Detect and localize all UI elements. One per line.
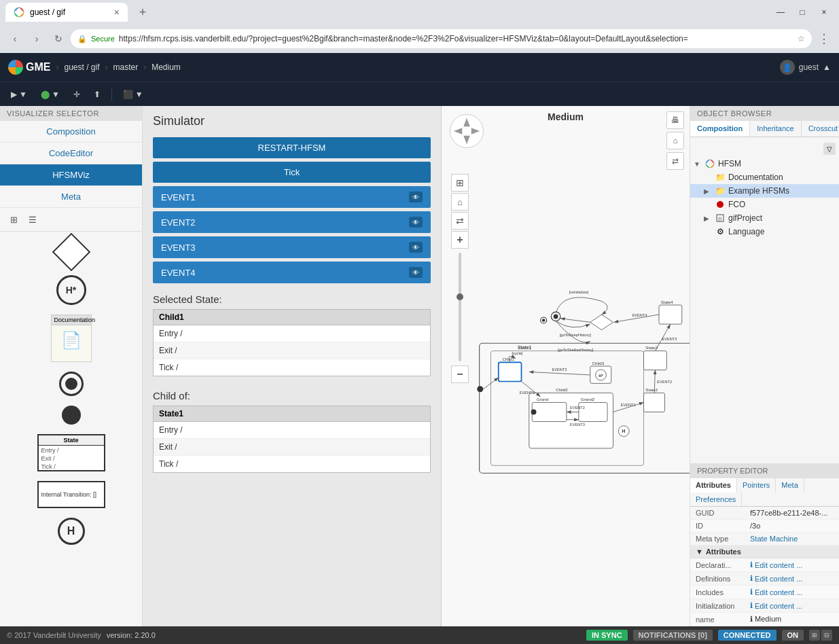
palette-item-initial[interactable]	[59, 372, 84, 396]
save-button[interactable]: ⬤ ▼	[35, 87, 65, 102]
zoom-handle[interactable]	[457, 293, 463, 300]
notifications-badge[interactable]: NOTIFICATIONS [0]	[633, 630, 713, 641]
bookmark-icon[interactable]: ☆	[798, 34, 805, 43]
palette-item-internal-transition[interactable]: Internal Transition: []	[37, 481, 105, 508]
home-button[interactable]: ⌂	[451, 193, 469, 211]
refresh-button[interactable]: ↻	[49, 29, 68, 48]
svg-point-20	[554, 315, 558, 319]
forward-button[interactable]: ›	[27, 29, 46, 48]
play-button[interactable]: ▶ ▼	[5, 87, 33, 102]
svg-text:⚙: ⚙	[717, 216, 722, 222]
tree-item-hfsm[interactable]: ▼ HFSM	[690, 157, 839, 171]
secure-icon: 🔒	[77, 35, 87, 43]
prop-tab-meta[interactable]: Meta	[776, 478, 804, 493]
obj-tab-composition[interactable]: Composition	[690, 121, 750, 137]
diagram-area[interactable]: Medium ⊞ ⌂ ⇄	[442, 106, 690, 626]
home-diagram-button[interactable]: ⌂	[666, 132, 684, 149]
connected-badge[interactable]: CONNECTED	[718, 630, 776, 641]
window-controls: — □ ×	[771, 3, 834, 22]
tree-item-gifproject[interactable]: ▶ ⚙ gifProject	[690, 211, 839, 225]
tree-item-example-hfsms[interactable]: ▶ 📁 Example HFSMs	[690, 184, 839, 198]
doc-icon: 📄	[61, 331, 82, 350]
in-sync-badge[interactable]: IN SYNC	[586, 630, 628, 641]
palette-item-history[interactable]: H	[58, 518, 85, 545]
restart-hfsm-button[interactable]: RESTART-HFSM	[153, 137, 431, 158]
prop-tab-preferences[interactable]: Preferences	[690, 493, 742, 506]
move-button[interactable]: ✛	[68, 87, 86, 102]
prop-edit-initialization[interactable]: ℹ Edit content ...	[750, 601, 802, 610]
obj-tab-crosscut[interactable]: Crosscut	[802, 121, 839, 137]
child1-label: Child1	[502, 357, 514, 361]
tree-item-language[interactable]: ▶ ⚙ Language	[690, 225, 839, 238]
new-tab-button[interactable]: +	[133, 3, 152, 22]
random-button[interactable]: ⇄	[666, 152, 684, 170]
attributes-collapse-icon[interactable]: ▼	[696, 548, 703, 556]
palette-item-state[interactable]: State Entry / Exit / Tick /	[37, 434, 105, 471]
tick-button[interactable]: Tick	[153, 162, 431, 183]
maximize-button[interactable]: □	[793, 3, 812, 22]
shuffle-button[interactable]: ⇄	[451, 212, 469, 230]
event1-eye-icon[interactable]: 👁	[409, 192, 423, 202]
event2-row: EVENT2 👁	[153, 211, 431, 233]
svg-text:EVENT3: EVENT3	[662, 337, 677, 341]
prop-edit-includes[interactable]: ℹ Edit content ...	[750, 588, 802, 596]
diagram-svg[interactable]: State1 Child1 Child3 H* Child2 Gran	[476, 106, 690, 626]
fit-to-screen-button[interactable]: ⊞	[451, 174, 469, 192]
user-section[interactable]: 👤 guest ▲	[780, 60, 831, 75]
zoom-in-button[interactable]: +	[451, 231, 469, 249]
simulator-panel: Simulator RESTART-HFSM Tick EVENT1 👁 EVE…	[143, 106, 442, 626]
event1-button[interactable]: EVENT1 👁	[153, 186, 431, 208]
zoom-out-button[interactable]: −	[451, 365, 469, 383]
upload-button[interactable]: ⬆	[88, 87, 106, 102]
prop-edit-definitions[interactable]: ℹ Edit content ...	[750, 574, 802, 583]
viz-item-composition[interactable]: Composition	[0, 121, 142, 143]
breadcrumb-branch[interactable]: master	[113, 62, 138, 72]
tab-close-button[interactable]: ×	[114, 7, 120, 18]
svg-text:[cycle]: [cycle]	[512, 351, 522, 355]
nav-circle[interactable]	[450, 114, 484, 148]
event2-button[interactable]: EVENT2 👁	[153, 211, 431, 233]
on-badge[interactable]: ON	[782, 630, 804, 641]
obj-tab-inheritance[interactable]: Inheritance	[750, 121, 801, 137]
tree-item-documentation[interactable]: ▶ 📁 Documentation	[690, 171, 839, 184]
event3-eye-icon[interactable]: 👁	[409, 242, 423, 253]
palette-item-end-state[interactable]	[62, 406, 81, 425]
address-text: https://hfsm.rcps.isis.vanderbilt.edu/?p…	[119, 34, 793, 43]
browser-menu-button[interactable]: ⋮	[815, 29, 834, 48]
browser-tab[interactable]: guest / gif ×	[5, 3, 128, 22]
simulator-buttons: RESTART-HFSM Tick EVENT1 👁 EVENT2 👁	[143, 134, 441, 287]
tree-filter-button[interactable]: ▽	[823, 143, 836, 155]
prop-tab-pointers[interactable]: Pointers	[737, 478, 776, 493]
prop-edit-declaration[interactable]: ℹ Edit content ...	[750, 560, 802, 569]
breadcrumb-project[interactable]: guest / gif	[64, 62, 99, 72]
print-button[interactable]: 🖶	[666, 111, 684, 129]
event3-button[interactable]: EVENT3 👁	[153, 236, 431, 258]
prop-tab-attributes[interactable]: Attributes	[690, 478, 737, 493]
status-grid-btn1[interactable]: ⊞	[809, 630, 820, 641]
diagram-nav[interactable]	[450, 114, 484, 148]
event4-button[interactable]: EVENT4 👁	[153, 262, 431, 283]
minimize-button[interactable]: —	[771, 3, 790, 22]
close-button[interactable]: ×	[815, 3, 834, 22]
palette-item-hstar[interactable]: H*	[56, 275, 86, 305]
status-grid-btn2[interactable]: ⊟	[821, 630, 832, 641]
event2-eye-icon[interactable]: 👁	[409, 217, 423, 228]
palette-list-view[interactable]: ☰	[24, 211, 41, 228]
viz-item-meta[interactable]: Meta	[0, 186, 142, 208]
palette-item-documentation[interactable]: Documentation 📄	[51, 315, 92, 362]
tree-item-fco[interactable]: ▶ FCO	[690, 198, 839, 211]
prop-name-info-icon: ℹ	[750, 615, 753, 623]
layout-dropdown-icon: ▼	[135, 90, 143, 99]
breadcrumb-node[interactable]: Medium	[151, 62, 181, 72]
back-button[interactable]: ‹	[5, 29, 24, 48]
palette-item-diamond[interactable]	[58, 238, 85, 266]
state4-label: State4	[661, 300, 673, 304]
viz-item-codeeditor[interactable]: CodeEditor	[0, 143, 142, 164]
address-bar[interactable]: 🔒 Secure https://hfsm.rcps.isis.vanderbi…	[71, 29, 812, 48]
palette-grid-view[interactable]: ⊞	[5, 211, 22, 228]
layout-button[interactable]: ⬛ ▼	[118, 87, 149, 102]
viz-item-hfsmviz[interactable]: HFSMViz	[0, 164, 142, 186]
prop-val-metatype[interactable]: State Machine	[750, 535, 798, 543]
state-shape: State Entry / Exit / Tick /	[37, 434, 105, 471]
event4-eye-icon[interactable]: 👁	[409, 267, 423, 278]
